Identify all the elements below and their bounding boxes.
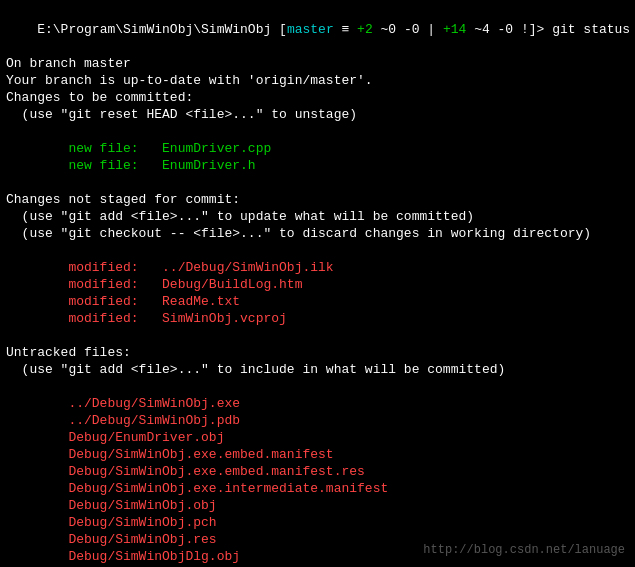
untracked-obj: Debug/SimWinObj.obj: [6, 497, 629, 514]
blank5: [6, 378, 629, 395]
on-branch-line: On branch master: [6, 55, 629, 72]
up-to-date-line: Your branch is up-to-date with 'origin/m…: [6, 72, 629, 89]
unstage-hint: (use "git reset HEAD <file>..." to unsta…: [6, 106, 629, 123]
git-cmd: > git status: [537, 22, 631, 37]
untracked-exe: ../Debug/SimWinObj.exe: [6, 395, 629, 412]
terminal-header: E:\Program\SimWinObj\SimWinObj [master ≡…: [6, 4, 629, 55]
separator: |: [420, 22, 443, 37]
changes-committed-header: Changes to be committed:: [6, 89, 629, 106]
added-count: +2: [357, 22, 373, 37]
new-file-cpp: new file: EnumDriver.cpp: [6, 140, 629, 157]
not-staged-header: Changes not staged for commit:: [6, 191, 629, 208]
branch-bracket-open: [: [279, 22, 287, 37]
deleted-count: -0: [396, 22, 419, 37]
blank1: [6, 123, 629, 140]
include-hint: (use "git add <file>..." to include in w…: [6, 361, 629, 378]
untracked-pdb-debug: ../Debug/SimWinObj.pdb: [6, 412, 629, 429]
new-file-h: new file: EnumDriver.h: [6, 157, 629, 174]
path-text: E:\Program\SimWinObj\SimWinObj: [37, 22, 279, 37]
exclaim: !]: [513, 22, 536, 37]
modified-readme: modified: ReadMe.txt: [6, 293, 629, 310]
untracked-manifest: Debug/SimWinObj.exe.embed.manifest: [6, 446, 629, 463]
untracked-manifest-res: Debug/SimWinObj.exe.embed.manifest.res: [6, 463, 629, 480]
staged-added: +14: [443, 22, 466, 37]
blank2: [6, 174, 629, 191]
staged-deleted: -0: [490, 22, 513, 37]
watermark: http://blog.csdn.net/lanuage: [423, 543, 625, 557]
staged-modified: ~4: [466, 22, 489, 37]
modified-count: ~0: [373, 22, 396, 37]
blank3: [6, 242, 629, 259]
branch-name: master: [287, 22, 334, 37]
untracked-header: Untracked files:: [6, 344, 629, 361]
modified-vcproj: modified: SimWinObj.vcproj: [6, 310, 629, 327]
untracked-pch: Debug/SimWinObj.pch: [6, 514, 629, 531]
checkout-hint: (use "git checkout -- <file>..." to disc…: [6, 225, 629, 242]
untracked-intermediate: Debug/SimWinObj.exe.intermediate.manifes…: [6, 480, 629, 497]
terminal-window: E:\Program\SimWinObj\SimWinObj [master ≡…: [0, 0, 635, 567]
branch-indicator: ≡: [334, 22, 357, 37]
modified-ilk: modified: ../Debug/SimWinObj.ilk: [6, 259, 629, 276]
add-hint: (use "git add <file>..." to update what …: [6, 208, 629, 225]
untracked-obj-enum: Debug/EnumDriver.obj: [6, 429, 629, 446]
modified-htm: modified: Debug/BuildLog.htm: [6, 276, 629, 293]
blank4: [6, 327, 629, 344]
